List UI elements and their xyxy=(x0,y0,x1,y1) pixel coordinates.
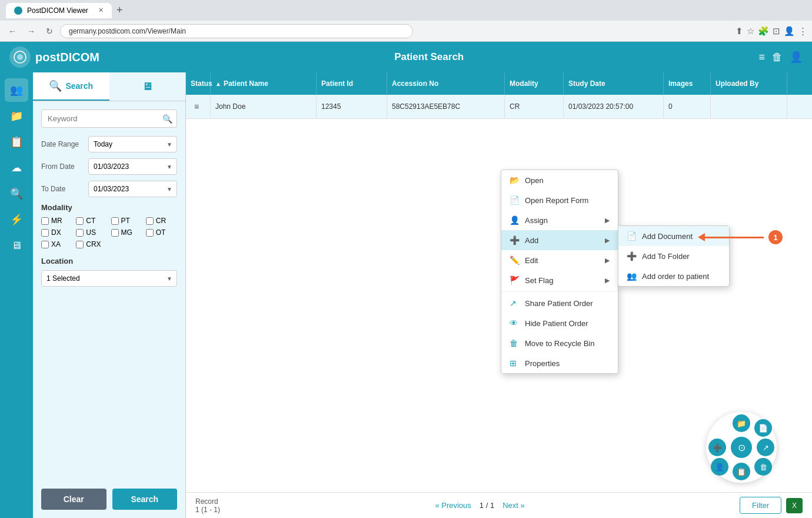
tab-search[interactable]: 🔍 Search xyxy=(33,72,109,101)
modality-pt[interactable]: PT xyxy=(111,217,142,225)
modality-cr-checkbox[interactable] xyxy=(146,217,154,225)
table-row[interactable]: ≡ John Doe 12345 58C52913AE5EB78C CR 01/… xyxy=(186,95,812,119)
user-account-button[interactable]: 👤 xyxy=(790,51,803,64)
filter-button[interactable]: Filter xyxy=(740,497,781,514)
keyword-input[interactable] xyxy=(41,109,177,128)
modality-us-checkbox[interactable] xyxy=(76,229,84,237)
modality-mr-checkbox[interactable] xyxy=(41,217,49,225)
edit-arrow-icon: ▶ xyxy=(605,257,610,264)
reload-button[interactable]: ↻ xyxy=(42,24,56,38)
location-select[interactable]: 1 Selected xyxy=(41,270,177,287)
sidebar-item-monitor[interactable]: 🖥 xyxy=(5,234,28,257)
arrow-line xyxy=(705,237,764,238)
fab-center-button[interactable]: ⊙ xyxy=(731,437,752,458)
row-menu-button[interactable]: ≡ xyxy=(191,101,202,112)
sort-arrow-icon: ▲ xyxy=(215,81,221,87)
forward-button[interactable]: → xyxy=(24,24,39,38)
modality-pt-checkbox[interactable] xyxy=(111,217,119,225)
fab-item-share[interactable]: ↗ xyxy=(757,439,774,456)
context-menu-open-report[interactable]: 📄 Open Report Form xyxy=(501,190,618,210)
flag-icon: 🚩 xyxy=(510,275,519,285)
sidebar-item-reports[interactable]: 📋 xyxy=(5,130,28,154)
sidebar-item-sync[interactable]: ⚡ xyxy=(5,208,28,231)
fab-item-trash[interactable]: 🗑 xyxy=(754,458,772,476)
to-date-row: To Date 01/03/2023 ▼ xyxy=(41,181,177,197)
screen-share-button[interactable]: ⬆ xyxy=(736,26,743,36)
context-menu-open[interactable]: 📂 Open xyxy=(501,170,618,190)
browser-tab[interactable]: PostDICOM Viewer ✕ xyxy=(6,3,112,18)
context-menu-share[interactable]: ↗ Share Patient Order xyxy=(501,293,618,313)
sidebar-item-folder[interactable]: 📁 xyxy=(5,104,28,128)
context-menu-assign[interactable]: 👤 Assign ▶ xyxy=(501,210,618,230)
context-menu-set-flag[interactable]: 🚩 Set Flag ▶ xyxy=(501,270,618,290)
modality-dx[interactable]: DX xyxy=(41,228,72,237)
modality-ot[interactable]: OT xyxy=(146,228,177,237)
modality-mr[interactable]: MR xyxy=(41,217,72,225)
context-menu-properties[interactable]: ⊞ Properties xyxy=(501,353,618,373)
modality-crx-checkbox[interactable] xyxy=(76,241,84,248)
app-logo: postDICOM xyxy=(9,47,99,68)
fab-item-folder[interactable]: 📁 xyxy=(733,414,750,432)
context-menu-hide[interactable]: 👁 Hide Patient Order xyxy=(501,313,618,333)
col-modality[interactable]: Modality xyxy=(505,72,564,95)
bookmark-button[interactable]: ☆ xyxy=(747,26,754,36)
sidebar-item-search-query[interactable]: 🔍 xyxy=(5,182,28,205)
prev-button[interactable]: « Previous xyxy=(430,499,475,512)
date-range-select[interactable]: Today xyxy=(88,136,177,152)
sub-menu-add-order[interactable]: 👥 Add order to patient xyxy=(618,266,729,286)
col-images[interactable]: Images xyxy=(664,72,711,95)
fab-item-add[interactable]: ➕ xyxy=(708,439,726,456)
context-menu-move-recycle[interactable]: 🗑 Move to Recycle Bin xyxy=(501,333,618,353)
extensions-button[interactable]: 🧩 xyxy=(758,26,769,36)
cell-status: ≡ xyxy=(186,95,211,118)
next-button[interactable]: Next » xyxy=(498,499,530,512)
modality-xa-checkbox[interactable] xyxy=(41,241,49,248)
modality-us[interactable]: US xyxy=(76,228,107,237)
sidebar-item-patients[interactable]: 👥 xyxy=(5,78,28,102)
modality-crx[interactable]: CRX xyxy=(76,240,107,248)
modality-ct-checkbox[interactable] xyxy=(76,217,84,225)
content-area: Status ▲Patient Name Patient Id Accessio… xyxy=(186,72,812,518)
excel-button[interactable]: X xyxy=(786,498,803,513)
col-patient-name[interactable]: ▲Patient Name xyxy=(211,72,317,95)
from-date-select[interactable]: 01/03/2023 xyxy=(88,158,177,175)
tab-workstation[interactable]: 🖥 xyxy=(109,72,186,101)
fab-item-user[interactable]: 👤 xyxy=(711,458,728,476)
recycle-bin-button[interactable]: 🗑 xyxy=(772,51,783,64)
sub-menu-add-folder[interactable]: ➕ Add To Folder xyxy=(618,246,729,266)
keyword-search-icon[interactable]: 🔍 xyxy=(162,114,172,124)
modality-mg-checkbox[interactable] xyxy=(111,229,119,237)
window-button[interactable]: ⊡ xyxy=(773,26,780,36)
fab-container: 📁 📄 ↗ 🗑 📋 👤 ➕ ⊙ xyxy=(706,412,777,483)
sidebar-item-upload[interactable]: ☁ xyxy=(5,156,28,180)
open-report-icon: 📄 xyxy=(510,195,519,205)
context-menu-edit[interactable]: ✏️ Edit ▶ xyxy=(501,250,618,270)
to-date-select[interactable]: 01/03/2023 xyxy=(88,181,177,197)
profile-button[interactable]: 👤 xyxy=(784,26,795,36)
clear-button[interactable]: Clear xyxy=(41,489,107,510)
location-select-wrap: 1 Selected ▼ xyxy=(41,270,177,287)
arrow-head xyxy=(698,233,705,241)
modality-ct[interactable]: CT xyxy=(76,217,107,225)
context-menu-add[interactable]: ➕ Add ▶ xyxy=(501,230,618,250)
modality-ot-checkbox[interactable] xyxy=(146,229,154,237)
col-uploaded-by[interactable]: Uploaded By xyxy=(711,72,787,95)
back-button[interactable]: ← xyxy=(5,24,20,38)
app-container: postDICOM Patient Search ≡ 🗑 👤 👥 📁 📋 ☁ 🔍… xyxy=(0,42,812,518)
tab-close-button[interactable]: ✕ xyxy=(98,6,104,14)
fab-item-report[interactable]: 📋 xyxy=(733,463,750,480)
col-patient-id[interactable]: Patient Id xyxy=(317,72,387,95)
more-button[interactable]: ⋮ xyxy=(798,26,807,36)
modality-mg[interactable]: MG xyxy=(111,228,142,237)
modality-xa[interactable]: XA xyxy=(41,240,72,248)
address-bar[interactable] xyxy=(60,24,413,38)
modality-dx-checkbox[interactable] xyxy=(41,229,49,237)
list-view-button[interactable]: ≡ xyxy=(758,51,765,64)
search-button[interactable]: Search xyxy=(112,489,178,510)
fab-item-document[interactable]: 📄 xyxy=(754,419,772,437)
col-accession-no[interactable]: Accession No xyxy=(387,72,505,95)
new-tab-button[interactable]: + xyxy=(117,4,123,16)
col-study-date[interactable]: Study Date xyxy=(564,72,664,95)
open-icon: 📂 xyxy=(510,175,519,185)
modality-cr[interactable]: CR xyxy=(146,217,177,225)
